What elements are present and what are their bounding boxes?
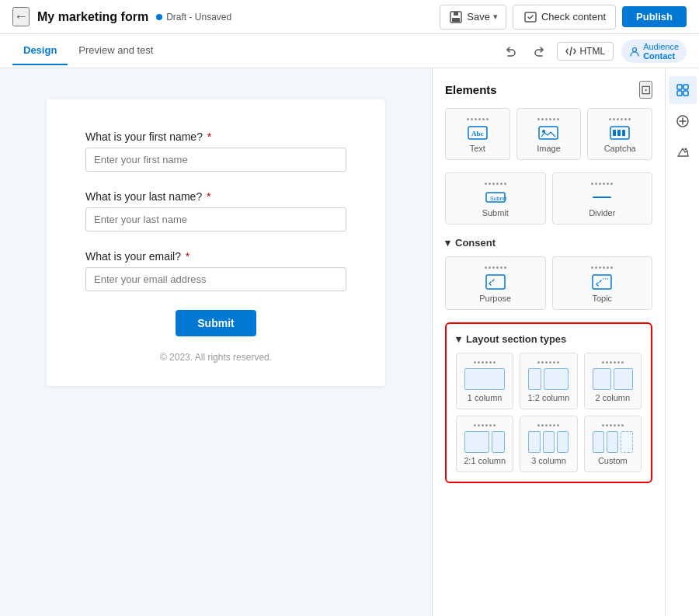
right-panel-style-button[interactable]	[669, 138, 697, 166]
check-content-label: Check content	[541, 11, 606, 23]
html-icon	[565, 46, 576, 57]
subbar: Design Preview and test HTML	[0, 34, 699, 68]
image-element-icon	[537, 125, 559, 141]
topbar-left: ← My marketing form Draft - Unsaved	[12, 7, 440, 26]
redo-button[interactable]	[529, 41, 549, 61]
svg-rect-1	[454, 12, 458, 16]
save-icon	[448, 9, 464, 25]
element-captcha[interactable]: Captcha	[587, 108, 652, 160]
check-content-icon	[523, 9, 538, 25]
element-submit[interactable]: Submit Submit	[445, 172, 546, 224]
topic-dots	[591, 266, 613, 269]
element-divider[interactable]: Divider	[552, 172, 653, 224]
required-marker-2: *	[207, 190, 210, 203]
svg-rect-19	[677, 85, 682, 89]
2-1col-preview	[464, 431, 505, 453]
consent-chevron[interactable]: ▾	[445, 237, 450, 249]
draft-status: Draft - Unsaved	[156, 12, 231, 23]
required-marker: *	[207, 131, 211, 143]
html-label: HTML	[579, 46, 605, 57]
layout-3col[interactable]: 3 column	[520, 416, 577, 472]
undo-icon	[504, 44, 518, 58]
layout-1-2col[interactable]: 1:2 column	[520, 353, 577, 409]
back-icon: ←	[14, 9, 28, 25]
rp-add-icon	[676, 114, 690, 128]
rp-style-icon	[676, 145, 690, 159]
svg-rect-7	[539, 127, 558, 139]
tab-design[interactable]: Design	[12, 37, 68, 65]
save-button[interactable]: Save ▾	[440, 5, 506, 30]
first-name-label: What is your first name? *	[85, 131, 346, 143]
publish-button[interactable]: Publish	[622, 6, 687, 27]
divider-element-icon	[591, 190, 613, 205]
1col-dots	[474, 361, 496, 364]
back-button[interactable]: ←	[12, 7, 30, 26]
right-panel-add-button[interactable]	[669, 107, 697, 135]
publish-label: Publish	[636, 11, 673, 23]
layout-2-1col[interactable]: 2:1 column	[456, 416, 513, 472]
elements-sidebar: Elements ⊡ Abc Text	[432, 68, 665, 616]
svg-point-26	[684, 148, 687, 151]
topic-element-icon	[591, 273, 613, 291]
rp-elements-icon	[676, 83, 690, 97]
subbar-tabs: Design Preview and test	[12, 37, 501, 65]
consent-title: ▾ Consent	[445, 237, 652, 249]
3col-dots	[537, 424, 559, 426]
1-2col-preview	[528, 368, 569, 390]
2col-dots	[602, 361, 624, 364]
elements-grid: Abc Text Image	[445, 108, 652, 160]
element-image[interactable]: Image	[516, 108, 582, 160]
page-title: My marketing form	[37, 10, 148, 24]
right-panel-elements-button[interactable]	[669, 76, 697, 104]
check-content-button[interactable]: Check content	[513, 5, 616, 30]
submit-section: Submit	[85, 310, 346, 336]
svg-rect-16	[486, 275, 505, 289]
elements-expand-icon[interactable]: ⊡	[639, 81, 652, 99]
email-label: What is your email? *	[85, 250, 346, 263]
main-layout: What is your first name? * What is your …	[0, 68, 699, 616]
custom-preview	[593, 431, 633, 453]
svg-text:Submit: Submit	[490, 196, 506, 201]
svg-rect-17	[593, 275, 611, 289]
2-1col-dots	[474, 424, 496, 426]
svg-rect-11	[617, 130, 621, 136]
last-name-input[interactable]	[85, 207, 346, 231]
layout-2col[interactable]: 2 column	[584, 353, 642, 409]
layout-1col[interactable]: 1 column	[456, 353, 513, 409]
layout-section: ▾ Layout section types 1 column	[445, 322, 652, 483]
layout-custom[interactable]: Custom	[584, 416, 642, 472]
undo-button[interactable]	[501, 41, 521, 61]
draft-label: Draft - Unsaved	[166, 12, 231, 23]
form-field-lastname: What is your last name? *	[85, 190, 346, 231]
element-purpose[interactable]: Purpose	[445, 256, 546, 310]
first-name-input[interactable]	[85, 148, 346, 172]
topbar: ← My marketing form Draft - Unsaved Save…	[0, 0, 699, 34]
form-canvas: What is your first name? * What is your …	[0, 68, 432, 616]
elements-section-title: Elements ⊡	[445, 81, 652, 99]
3col-preview	[528, 431, 569, 453]
purpose-dots	[485, 266, 506, 269]
image-dots	[537, 118, 559, 120]
html-button[interactable]: HTML	[557, 42, 614, 61]
save-dropdown-icon[interactable]: ▾	[493, 12, 498, 22]
element-text[interactable]: Abc Text	[445, 108, 510, 160]
layout-chevron[interactable]: ▾	[456, 333, 461, 345]
1col-preview	[464, 368, 505, 390]
svg-point-4	[633, 47, 637, 51]
draft-dot	[156, 14, 162, 20]
svg-rect-21	[677, 91, 682, 96]
2col-preview	[593, 368, 633, 390]
last-name-label: What is your last name? *	[85, 190, 346, 203]
purpose-element-icon	[485, 273, 506, 291]
email-input[interactable]	[85, 267, 346, 291]
svg-rect-22	[683, 91, 688, 96]
svg-point-8	[542, 130, 545, 133]
form-field-email: What is your email? *	[85, 250, 346, 291]
svg-text:Abc: Abc	[471, 130, 484, 137]
element-topic[interactable]: Topic	[552, 256, 653, 310]
submit-button[interactable]: Submit	[176, 310, 256, 336]
redo-icon	[532, 44, 546, 58]
subbar-right: HTML Audience Contact	[501, 40, 687, 63]
svg-rect-12	[622, 130, 625, 136]
tab-preview[interactable]: Preview and test	[68, 37, 164, 65]
